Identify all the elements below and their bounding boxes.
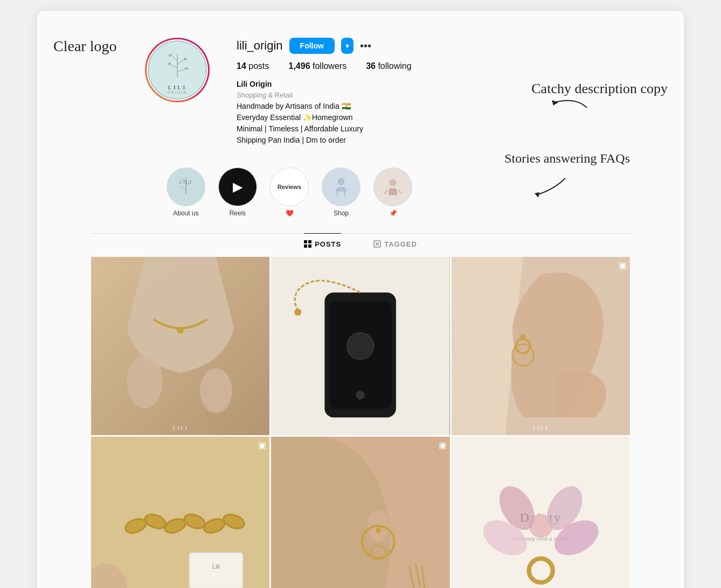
highlight-reels-label: Reels	[230, 209, 246, 217]
svg-point-74	[529, 558, 552, 582]
highlight-reels[interactable]: ▶ Reels	[218, 167, 257, 217]
annotation-stories-faqs: Stories answering FAQs	[504, 151, 630, 166]
grid-cell-3-image	[452, 257, 630, 435]
highlight-reviews[interactable]: Reviews ❤️	[270, 167, 309, 217]
cell-4-multi-icon: ▣	[258, 440, 266, 450]
followers-stat[interactable]: 1,496 followers	[289, 61, 347, 71]
logo-origin-text: ORIGIN	[168, 90, 188, 94]
grid-icon	[304, 240, 311, 248]
profile-section: LILI ORIGIN lili_origin Follow ▾ ••• 14 …	[59, 27, 662, 157]
logo-lili-text: LILI	[168, 84, 186, 90]
bio-section: Lili Origin Shopping & Retail Handmade b…	[237, 79, 630, 146]
posts-stat: 14 posts	[237, 61, 269, 71]
tab-posts[interactable]: POSTS	[304, 233, 341, 255]
highlight-faq-label: 📌	[389, 209, 397, 217]
highlights-section: Stories answering FAQs LILI	[59, 157, 662, 228]
highlight-reels-circle: ▶	[218, 167, 257, 206]
cell-5-multi-icon: ▣	[439, 440, 447, 450]
grid-cell-4-image: Lili	[91, 437, 269, 588]
highlight-about-circle: LILI	[167, 167, 205, 206]
logo-svg	[158, 46, 196, 84]
bio-name: Lili Origin	[237, 79, 630, 90]
grid-cell-1-image	[91, 257, 269, 435]
svg-point-8	[168, 53, 172, 57]
svg-point-10	[167, 61, 171, 65]
highlight-reviews-text: Reviews	[278, 184, 301, 190]
grid-cell-1[interactable]: LILI	[91, 257, 269, 435]
svg-rect-30	[308, 244, 311, 248]
svg-point-46	[294, 309, 301, 316]
grid-cell-2[interactable]: ～	[271, 257, 449, 435]
username: lili_origin	[237, 39, 283, 53]
highlight-reviews-label: ❤️	[286, 209, 294, 217]
avatar-wrapper: LILI ORIGIN	[145, 38, 210, 102]
tag-icon	[373, 240, 381, 248]
bio-line1: Handmade by Artisans of India 🇮🇳	[237, 101, 630, 112]
svg-point-11	[185, 67, 189, 69]
svg-line-6	[170, 64, 177, 68]
grid-cell-4[interactable]: Lili ▣	[91, 437, 269, 588]
highlight-faq-circle	[373, 167, 412, 206]
cell-1-watermark: LILI	[172, 425, 188, 431]
highlight-shop[interactable]: Shop	[322, 167, 360, 217]
grid-cell-6[interactable]: Dainty Delicately small & pretty!	[452, 437, 630, 588]
highlight-faq-image	[374, 167, 412, 206]
highlight-about-image: LILI	[167, 167, 205, 206]
svg-line-5	[177, 59, 184, 64]
more-options-button[interactable]: •••	[360, 40, 371, 52]
svg-point-19	[322, 168, 360, 206]
username-row: lili_origin Follow ▾ •••	[237, 38, 630, 54]
svg-rect-28	[308, 240, 311, 243]
grid-cell-5-image	[271, 437, 449, 588]
avatar-inner: LILI ORIGIN	[148, 40, 207, 100]
grid-cell-3[interactable]: LILI ▣	[452, 257, 630, 435]
svg-text:Lili: Lili	[212, 563, 220, 570]
grid-cell-5[interactable]: LILI ▣	[271, 437, 449, 588]
svg-line-7	[177, 69, 186, 72]
svg-point-45	[347, 332, 374, 359]
bio-line2: Everyday Essential ✨Homegrown	[237, 112, 630, 123]
tab-posts-label: POSTS	[315, 240, 341, 248]
svg-point-65	[376, 528, 381, 533]
svg-rect-59	[189, 552, 242, 588]
svg-point-38	[200, 368, 232, 413]
profile-info: lili_origin Follow ▾ ••• 14 posts 1,496 …	[237, 38, 630, 146]
svg-marker-12	[535, 192, 539, 198]
grid-section: LILI ～	[59, 255, 662, 589]
avatar: LILI ORIGIN	[145, 38, 210, 102]
arrow-stories	[522, 173, 576, 200]
svg-point-37	[127, 355, 162, 408]
cell-3-multi-icon: ▣	[619, 260, 627, 270]
follow-dropdown-button[interactable]: ▾	[341, 38, 353, 54]
following-stat[interactable]: 36 following	[366, 61, 412, 71]
svg-point-20	[338, 178, 344, 185]
cell-3-watermark: LILI	[533, 425, 549, 431]
grid-cell-2-image: ～	[271, 257, 449, 435]
highlight-faq[interactable]: 📌	[373, 167, 412, 217]
stats-row: 14 posts 1,496 followers 36 following	[237, 61, 630, 71]
highlight-shop-label: Shop	[334, 209, 349, 217]
dainty-overlay: Dainty Delicately small & pretty!	[452, 437, 630, 588]
follow-button[interactable]: Follow	[289, 38, 335, 54]
svg-point-24	[389, 179, 397, 186]
svg-point-23	[374, 168, 412, 206]
play-icon: ▶	[233, 179, 242, 194]
svg-rect-27	[304, 240, 307, 243]
bio-category: Shopping & Retail	[237, 90, 630, 101]
svg-rect-29	[304, 244, 307, 248]
highlight-about[interactable]: LILI About us	[167, 167, 205, 217]
svg-line-4	[172, 55, 178, 60]
highlight-shop-image	[322, 167, 360, 206]
svg-point-44	[356, 390, 365, 400]
bio-line4: Shipping Pan India | Dm to order	[237, 135, 630, 146]
page-wrapper: Clear logo Catchy description copy Cohes…	[37, 11, 684, 588]
highlight-about-label: About us	[173, 209, 198, 217]
photo-grid: LILI ～	[91, 257, 630, 589]
tabs-section: POSTS TAGGED	[91, 233, 630, 255]
tab-tagged[interactable]: TAGGED	[373, 233, 417, 255]
tab-tagged-label: TAGGED	[384, 240, 417, 248]
dainty-flowers	[452, 437, 630, 588]
highlight-shop-circle	[322, 167, 360, 206]
highlight-reviews-circle: Reviews	[270, 167, 309, 206]
bio-line3: Minimal | Timeless | Affordable Luxury	[237, 123, 630, 135]
